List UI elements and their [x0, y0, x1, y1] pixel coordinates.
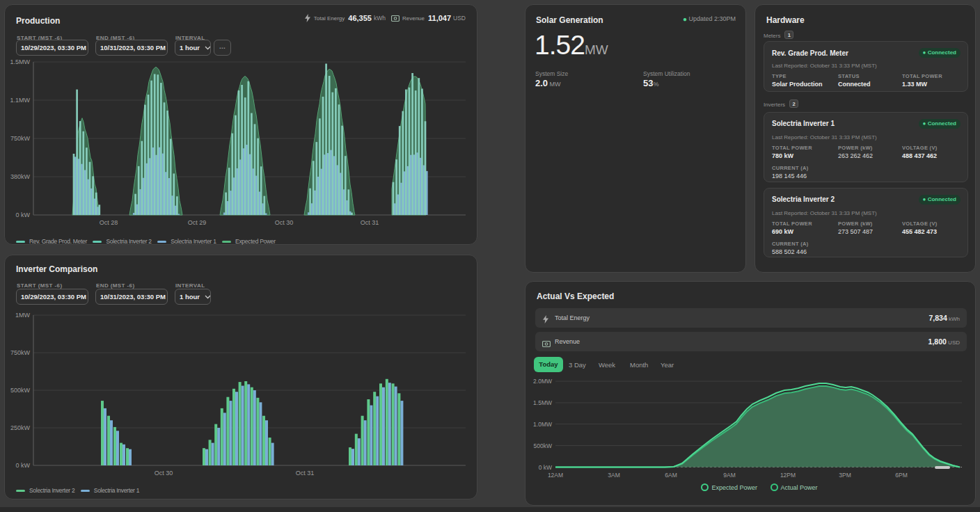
svg-text:9AM: 9AM — [723, 472, 735, 479]
svg-text:Oct 31: Oct 31 — [361, 219, 379, 226]
svg-text:3AM: 3AM — [608, 472, 619, 479]
svg-text:12AM: 12AM — [548, 472, 563, 479]
svg-text:500kW: 500kW — [534, 442, 552, 449]
svg-text:250kW: 250kW — [10, 424, 31, 431]
svg-text:0 kW: 0 kW — [15, 462, 30, 469]
svg-text:0 kW: 0 kW — [15, 211, 30, 218]
svg-text:6AM: 6AM — [665, 472, 677, 479]
svg-text:Oct 30: Oct 30 — [155, 470, 173, 477]
svg-text:750kW: 750kW — [10, 135, 31, 142]
svg-text:Oct 28: Oct 28 — [100, 219, 118, 226]
svg-text:6PM: 6PM — [895, 472, 907, 479]
svg-text:0 kW: 0 kW — [539, 464, 552, 471]
svg-text:1MW: 1MW — [15, 312, 31, 319]
svg-text:1.5MW: 1.5MW — [10, 58, 30, 65]
svg-text:1.5MW: 1.5MW — [533, 399, 552, 406]
svg-text:500kW: 500kW — [10, 387, 31, 394]
svg-text:Oct 29: Oct 29 — [188, 219, 207, 226]
svg-text:3PM: 3PM — [839, 472, 851, 479]
svg-text:2.0MW: 2.0MW — [533, 378, 552, 385]
svg-text:1.1MW: 1.1MW — [10, 97, 30, 104]
svg-text:1.0MW: 1.0MW — [533, 421, 552, 428]
svg-text:12PM: 12PM — [780, 472, 796, 479]
svg-text:Oct 31: Oct 31 — [296, 470, 315, 477]
svg-text:Oct 30: Oct 30 — [275, 219, 294, 226]
svg-text:380kW: 380kW — [10, 173, 31, 180]
svg-text:750kW: 750kW — [10, 349, 31, 356]
